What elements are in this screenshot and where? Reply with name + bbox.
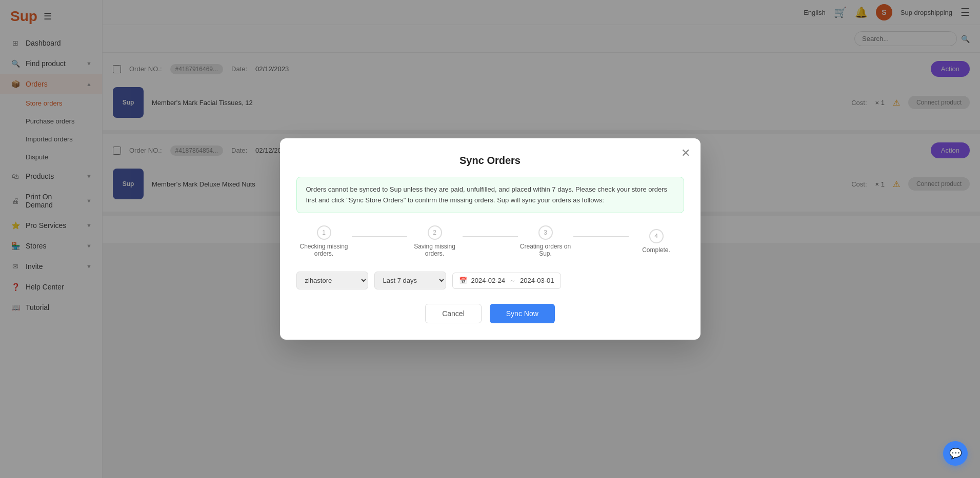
- modal-actions: Cancel Sync Now: [296, 304, 684, 323]
- step-circle-2: 2: [428, 225, 442, 240]
- modal-controls: zihastore Last 7 days 📅 2024-02-24 ～ 202…: [296, 272, 684, 289]
- date-from: 2024-02-24: [471, 277, 506, 284]
- sync-now-button[interactable]: Sync Now: [490, 304, 555, 323]
- calendar-icon: 📅: [459, 277, 467, 284]
- date-to: 2024-03-01: [520, 277, 554, 284]
- modal-title: Sync Orders: [296, 155, 684, 167]
- date-range-display: 📅 2024-02-24 ～ 2024-03-01: [452, 273, 561, 289]
- step-circle-1: 1: [317, 225, 331, 240]
- store-select[interactable]: zihastore: [296, 272, 368, 289]
- step-circle-3: 3: [538, 225, 553, 240]
- cancel-button[interactable]: Cancel: [425, 304, 482, 323]
- step-circle-4: 4: [649, 229, 664, 243]
- chat-icon: 💬: [949, 447, 962, 460]
- step-1: 1 Checking missing orders.: [296, 225, 352, 257]
- modal-overlay[interactable]: ✕ Sync Orders Orders cannot be synced to…: [0, 0, 980, 478]
- step-label-4: Complete.: [642, 246, 670, 254]
- stepper: 1 Checking missing orders. 2 Saving miss…: [296, 225, 684, 257]
- modal-close-button[interactable]: ✕: [681, 147, 690, 160]
- step-label-1: Checking missing orders.: [296, 243, 352, 257]
- date-separator: ～: [509, 276, 516, 285]
- step-label-2: Saving missing orders.: [407, 243, 463, 257]
- chat-bubble[interactable]: 💬: [943, 441, 968, 466]
- date-range-select[interactable]: Last 7 days: [374, 272, 446, 289]
- step-label-3: Creating orders on Sup.: [518, 243, 573, 257]
- step-4: 4 Complete.: [629, 229, 684, 254]
- step-line-2: [463, 236, 518, 237]
- step-line-1: [352, 236, 407, 237]
- step-3: 3 Creating orders on Sup.: [518, 225, 573, 257]
- step-line-3: [573, 236, 629, 237]
- modal-notice: Orders cannot be synced to Sup unless th…: [296, 177, 684, 214]
- sync-orders-modal: ✕ Sync Orders Orders cannot be synced to…: [280, 138, 701, 340]
- step-2: 2 Saving missing orders.: [407, 225, 463, 257]
